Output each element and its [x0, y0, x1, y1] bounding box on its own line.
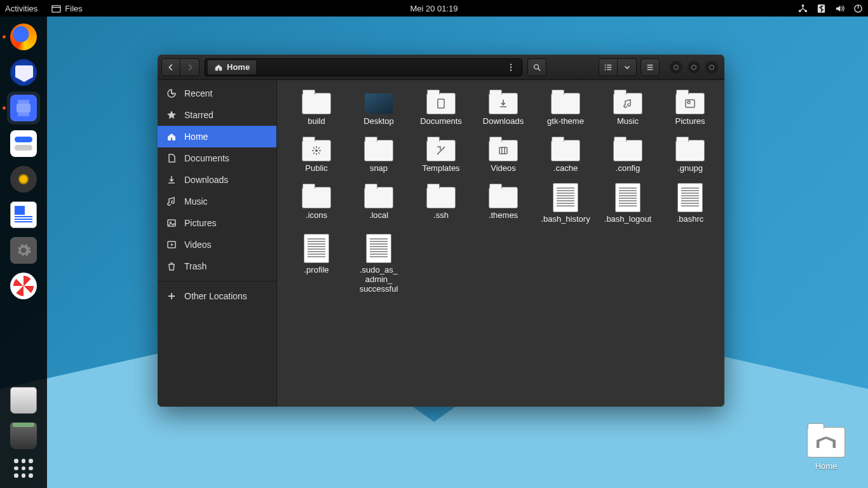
dock-help[interactable] [7, 269, 40, 302]
file-item[interactable]: .icons [286, 183, 347, 225]
view-options-button[interactable] [618, 58, 637, 76]
close-button[interactable] [705, 61, 718, 74]
svg-point-6 [510, 64, 512, 65]
sidebar-item-home[interactable]: Home [158, 126, 276, 147]
file-item[interactable]: Downloads [473, 89, 534, 127]
file-label: build [308, 117, 325, 127]
sidebar-item-downloads[interactable]: Downloads [158, 169, 276, 191]
file-item[interactable]: Templates [410, 136, 471, 174]
file-item[interactable]: .profile [286, 234, 347, 294]
hamburger-icon [646, 63, 654, 72]
desktop-home-icon[interactable]: Home [801, 427, 851, 471]
dock-settings[interactable] [7, 234, 40, 267]
text-file-icon [366, 234, 391, 263]
search-button[interactable] [527, 58, 546, 76]
sidebar-item-label: Downloads [184, 175, 228, 185]
svg-rect-13 [438, 99, 444, 108]
file-label: .profile [304, 266, 329, 276]
folder-icon [364, 187, 393, 208]
downloads-icon [166, 175, 177, 185]
file-item[interactable]: .themes [473, 183, 534, 225]
sidebar-item-starred[interactable]: Starred [158, 104, 276, 126]
file-item[interactable]: .bashrc [660, 183, 721, 225]
folder-icon [426, 140, 456, 161]
file-item[interactable]: .config [597, 136, 658, 174]
file-item[interactable]: Public [286, 136, 347, 174]
dock-firefox[interactable] [7, 20, 40, 53]
maximize-button[interactable] [688, 61, 700, 74]
file-label: Music [617, 117, 639, 127]
svg-rect-17 [499, 147, 507, 154]
file-item[interactable]: Pictures [660, 89, 721, 127]
folder-icon [364, 140, 393, 161]
file-label: .local [369, 211, 388, 221]
dock-trash[interactable] [7, 419, 40, 452]
sidebar-item-videos[interactable]: Videos [158, 234, 276, 255]
back-button[interactable] [161, 58, 180, 76]
svg-point-1 [802, 4, 804, 6]
dock-files[interactable] [7, 92, 40, 125]
file-item[interactable]: Music [597, 89, 658, 127]
sidebar-item-trash[interactable]: Trash [158, 255, 276, 277]
sidebar-item-documents[interactable]: Documents [158, 147, 276, 169]
file-item[interactable]: gtk-theme [535, 89, 596, 127]
hamburger-button[interactable] [641, 58, 660, 76]
volume-icon[interactable] [835, 4, 844, 13]
activities-button[interactable]: Activities [5, 4, 37, 13]
home-icon [166, 132, 177, 142]
thunderbird-icon [10, 59, 37, 86]
folder-icon [551, 93, 580, 114]
sidebar-item-pictures[interactable]: Pictures [158, 212, 276, 234]
recent-icon [166, 88, 177, 98]
view-list-button[interactable] [599, 58, 618, 76]
file-item[interactable]: .cache [535, 136, 596, 174]
bluetooth-icon[interactable] [817, 4, 826, 13]
show-applications[interactable] [10, 455, 37, 482]
dock-tweaks[interactable] [7, 127, 40, 160]
file-item[interactable]: snap [348, 136, 409, 174]
svg-rect-14 [686, 100, 695, 107]
titlebar: Home [158, 55, 724, 80]
file-item[interactable]: .bash_​history [535, 183, 596, 225]
text-file-icon [615, 183, 641, 212]
path-segment-home[interactable]: Home [208, 60, 256, 74]
help-icon [10, 273, 37, 299]
dock-disk[interactable] [7, 384, 40, 417]
dock-thunderbird[interactable] [7, 56, 40, 89]
trash-icon [166, 261, 177, 271]
network-icon[interactable] [798, 4, 808, 13]
dock-writer[interactable] [7, 198, 40, 231]
sidebar-item-music[interactable]: Music [158, 191, 276, 212]
svg-rect-19 [505, 147, 506, 154]
file-item[interactable]: .sudo_​as_​admin_​successful [348, 234, 409, 294]
sidebar-item-label: Starred [184, 110, 214, 120]
app-menu[interactable]: Files [51, 4, 82, 13]
file-item[interactable]: .bash_​logout [597, 183, 658, 225]
file-item[interactable]: build [286, 89, 347, 127]
file-item[interactable]: .gnupg [660, 136, 721, 174]
forward-button[interactable] [180, 58, 200, 76]
folder-icon [489, 187, 518, 208]
videos-icon [166, 240, 177, 250]
dock-rhythmbox[interactable] [7, 163, 40, 196]
file-item[interactable]: Videos [473, 136, 534, 174]
sidebar-item-label: Videos [184, 240, 212, 250]
file-item[interactable]: Desktop [348, 89, 409, 127]
file-label: Videos [491, 164, 516, 174]
desktop-icon-label: Home [815, 461, 837, 471]
pictures-icon [166, 218, 177, 228]
file-item[interactable]: .local [348, 183, 409, 225]
sidebar-item-other-locations[interactable]: Other Locations [158, 285, 276, 307]
sidebar-item-recent[interactable]: Recent [158, 83, 276, 104]
clock[interactable]: Mei 20 01:19 [410, 4, 458, 13]
path-menu-button[interactable] [503, 60, 519, 74]
minimize-button[interactable] [670, 61, 682, 74]
home-icon [214, 63, 223, 72]
folder-icon [551, 140, 580, 161]
path-bar[interactable]: Home [205, 58, 522, 76]
power-icon[interactable] [853, 4, 863, 13]
file-item[interactable]: .ssh [410, 183, 471, 225]
file-item[interactable]: Documents [410, 89, 471, 127]
file-grid: buildDesktopDocumentsDownloadsgtk-themeM… [286, 89, 715, 294]
content-area[interactable]: buildDesktopDocumentsDownloadsgtk-themeM… [277, 80, 724, 407]
